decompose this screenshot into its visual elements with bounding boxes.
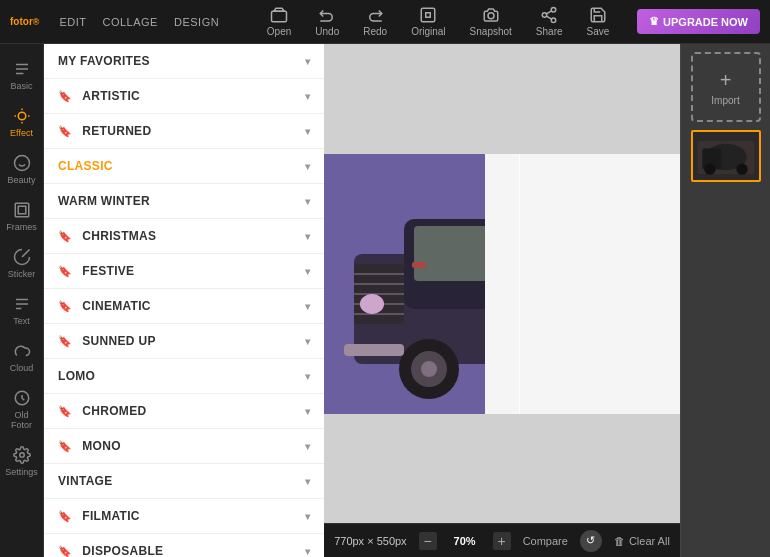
share-icon	[540, 6, 558, 24]
svg-point-63	[736, 164, 747, 175]
effect-category-header-vintage[interactable]: VINTAGE▾	[44, 464, 324, 498]
import-button[interactable]: + Import	[691, 52, 761, 122]
upgrade-button[interactable]: ♛ UPGRADE NOW	[637, 9, 760, 34]
beauty-icon	[13, 154, 31, 172]
redo-icon	[366, 6, 384, 24]
share-button[interactable]: Share	[536, 6, 563, 37]
effect-category-header-lomo[interactable]: LOMO▾	[44, 359, 324, 393]
effect-category-header-cinematic[interactable]: 🔖CINEMATIC▾	[44, 289, 324, 323]
image-thumbnail[interactable]	[691, 130, 761, 182]
svg-rect-1	[422, 8, 436, 22]
bookmark-icon: 🔖	[58, 545, 72, 558]
category-label: SUNNED UP	[82, 334, 155, 348]
nav-collage[interactable]: COLLAGE	[102, 16, 157, 28]
effect-category-header-festive[interactable]: 🔖FESTIVE▾	[44, 254, 324, 288]
settings-icon	[13, 446, 31, 464]
category-label: CHRISTMAS	[82, 229, 156, 243]
sidebar-item-cloud[interactable]: Cloud	[0, 334, 43, 381]
effect-category-header-chromed[interactable]: 🔖CHROMED▾	[44, 394, 324, 428]
chevron-down-icon: ▾	[305, 126, 310, 137]
effect-category: 🔖CINEMATIC▾	[44, 289, 324, 324]
chevron-down-icon: ▾	[305, 91, 310, 102]
effect-category-header-filmatic[interactable]: 🔖FILMATIC▾	[44, 499, 324, 533]
sticker-icon	[13, 248, 31, 266]
nav-edit[interactable]: EDIT	[59, 16, 86, 28]
effect-category: CLASSIC▾	[44, 149, 324, 184]
chevron-down-icon: ▾	[305, 546, 310, 557]
frames-icon	[13, 201, 31, 219]
sidebar-item-old-fotor[interactable]: Old Fotor	[0, 381, 43, 438]
category-label: FESTIVE	[82, 264, 134, 278]
bookmark-icon: 🔖	[58, 230, 72, 243]
toolbar-nav: EDIT COLLAGE DESIGN	[59, 16, 219, 28]
bookmark-icon: 🔖	[58, 405, 72, 418]
right-panel: + Import	[680, 44, 770, 557]
chevron-down-icon: ▾	[305, 196, 310, 207]
chevron-down-icon: ▾	[305, 301, 310, 312]
effect-category-header-artistic[interactable]: 🔖ARTISTIC▾	[44, 79, 324, 113]
category-label: ARTISTIC	[82, 89, 140, 103]
category-label: FILMATIC	[82, 509, 140, 523]
bookmark-icon: 🔖	[58, 440, 72, 453]
sidebar-item-settings[interactable]: Settings	[0, 438, 43, 485]
effect-category-header-mono[interactable]: 🔖MONO▾	[44, 429, 324, 463]
nav-design[interactable]: DESIGN	[174, 16, 219, 28]
sidebar-item-basic[interactable]: Basic	[0, 52, 43, 99]
effect-category: 🔖CHRISTMAS▾	[44, 219, 324, 254]
effect-category-header-returned[interactable]: 🔖RETURNED▾	[44, 114, 324, 148]
effect-category-header-classic[interactable]: CLASSIC▾	[44, 149, 324, 183]
open-button[interactable]: Open	[267, 6, 291, 37]
chevron-down-icon: ▾	[305, 406, 310, 417]
effect-category-header-warm-winter[interactable]: WARM WINTER▾	[44, 184, 324, 218]
redo-button[interactable]: Redo	[363, 6, 387, 37]
main-area: Basic Effect Beauty Frames Sticker Text	[0, 44, 770, 557]
effect-category: 🔖RETURNED▾	[44, 114, 324, 149]
category-label: RETURNED	[82, 124, 151, 138]
original-icon	[419, 6, 437, 24]
effect-category: VINTAGE▾	[44, 464, 324, 499]
svg-rect-0	[272, 11, 287, 22]
category-label: CINEMATIC	[82, 299, 150, 313]
save-button[interactable]: Save	[587, 6, 610, 37]
canvas-divider	[519, 154, 520, 414]
svg-rect-18	[414, 226, 494, 281]
effects-panel: MY FAVORITES▾🔖ARTISTIC▾🔖RETURNED▾CLASSIC…	[44, 44, 324, 557]
sidebar-item-effect[interactable]: Effect	[0, 99, 43, 146]
sidebar-item-frames[interactable]: Frames	[0, 193, 43, 240]
effect-category-header-disposable[interactable]: 🔖DISPOSABLE▾	[44, 534, 324, 557]
effect-category-header-christmas[interactable]: 🔖CHRISTMAS▾	[44, 219, 324, 253]
effect-category: MY FAVORITES▾	[44, 44, 324, 79]
text-icon	[13, 295, 31, 313]
effect-category: LOMO▾	[44, 359, 324, 394]
compare-button[interactable]: Compare	[523, 535, 568, 547]
chevron-down-icon: ▾	[305, 371, 310, 382]
crown-icon: ♛	[649, 15, 659, 28]
zoom-in-button[interactable]: +	[493, 532, 511, 550]
sidebar-item-beauty[interactable]: Beauty	[0, 146, 43, 193]
undo-button[interactable]: Undo	[315, 6, 339, 37]
old-fotor-icon	[13, 389, 31, 407]
sidebar-item-text[interactable]: Text	[0, 287, 43, 334]
category-label: MY FAVORITES	[58, 54, 150, 68]
category-label: CLASSIC	[58, 159, 113, 173]
sidebar-item-sticker[interactable]: Sticker	[0, 240, 43, 287]
chevron-down-icon: ▾	[305, 336, 310, 347]
clear-all-button[interactable]: 🗑 Clear All	[614, 535, 670, 547]
svg-point-5	[551, 18, 556, 23]
canvas-right	[485, 154, 680, 414]
original-button[interactable]: Original	[411, 6, 445, 37]
effect-category: 🔖SUNNED UP▾	[44, 324, 324, 359]
svg-point-62	[704, 164, 715, 175]
effect-category-header-sunned-up[interactable]: 🔖SUNNED UP▾	[44, 324, 324, 358]
zoom-level: 70%	[449, 535, 481, 547]
snapshot-button[interactable]: Snapshot	[470, 6, 512, 37]
canvas-area: ▶	[324, 44, 680, 523]
effect-category-header-my-favorites[interactable]: MY FAVORITES▾	[44, 44, 324, 78]
zoom-out-button[interactable]: −	[419, 532, 437, 550]
bookmark-icon: 🔖	[58, 125, 72, 138]
toolbar: fotor® EDIT COLLAGE DESIGN Open Undo Red…	[0, 0, 770, 44]
rotate-button[interactable]: ↺	[580, 530, 602, 552]
bookmark-icon: 🔖	[58, 90, 72, 103]
svg-point-15	[19, 453, 24, 458]
chevron-down-icon: ▾	[305, 476, 310, 487]
